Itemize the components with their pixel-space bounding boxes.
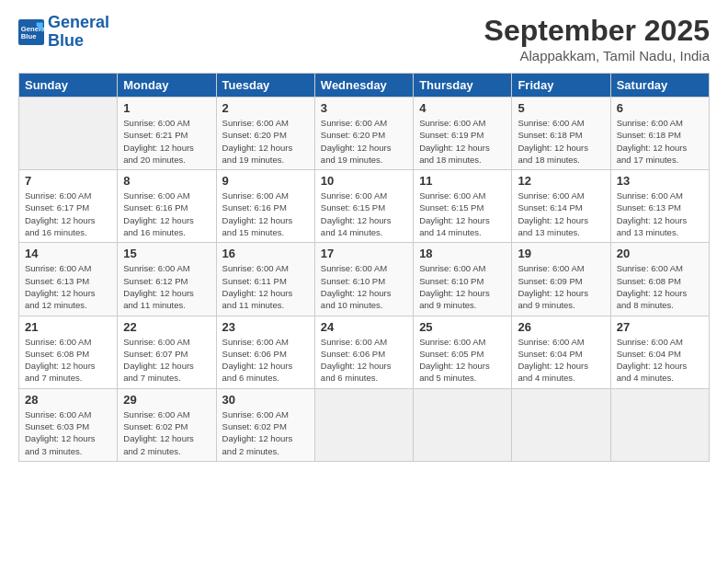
- weekday-friday: Friday: [512, 74, 610, 98]
- calendar-cell: [414, 388, 512, 461]
- calendar-cell: 11Sunrise: 6:00 AM Sunset: 6:15 PM Dayli…: [414, 170, 512, 243]
- day-info: Sunrise: 6:00 AM Sunset: 6:04 PM Dayligh…: [617, 336, 703, 385]
- day-number: 30: [222, 393, 309, 407]
- weekday-sunday: Sunday: [19, 74, 118, 98]
- logo: General Blue General Blue: [18, 14, 109, 51]
- location: Alappakkam, Tamil Nadu, India: [484, 48, 710, 63]
- weekday-header-row: SundayMondayTuesdayWednesdayThursdayFrid…: [19, 74, 710, 98]
- calendar-cell: 15Sunrise: 6:00 AM Sunset: 6:12 PM Dayli…: [118, 243, 216, 316]
- day-info: Sunrise: 6:00 AM Sunset: 6:14 PM Dayligh…: [518, 190, 604, 238]
- day-number: 8: [123, 174, 210, 188]
- calendar-cell: 4Sunrise: 6:00 AM Sunset: 6:19 PM Daylig…: [414, 98, 512, 170]
- calendar-cell: 8Sunrise: 6:00 AM Sunset: 6:16 PM Daylig…: [118, 170, 216, 243]
- week-row-0: 1Sunrise: 6:00 AM Sunset: 6:21 PM Daylig…: [19, 98, 710, 170]
- day-info: Sunrise: 6:00 AM Sunset: 6:18 PM Dayligh…: [518, 117, 604, 166]
- calendar-cell: 5Sunrise: 6:00 AM Sunset: 6:18 PM Daylig…: [512, 98, 610, 170]
- calendar-cell: 16Sunrise: 6:00 AM Sunset: 6:11 PM Dayli…: [216, 243, 314, 316]
- weekday-wednesday: Wednesday: [314, 74, 413, 98]
- calendar-cell: 1Sunrise: 6:00 AM Sunset: 6:21 PM Daylig…: [118, 98, 216, 170]
- day-info: Sunrise: 6:00 AM Sunset: 6:07 PM Dayligh…: [123, 336, 210, 385]
- week-row-3: 21Sunrise: 6:00 AM Sunset: 6:08 PM Dayli…: [19, 316, 710, 388]
- calendar-cell: [19, 98, 118, 170]
- day-info: Sunrise: 6:00 AM Sunset: 6:15 PM Dayligh…: [419, 190, 506, 238]
- calendar-cell: 13Sunrise: 6:00 AM Sunset: 6:13 PM Dayli…: [610, 170, 709, 243]
- day-number: 12: [518, 174, 604, 188]
- day-info: Sunrise: 6:00 AM Sunset: 6:21 PM Dayligh…: [123, 117, 210, 166]
- calendar-cell: 29Sunrise: 6:00 AM Sunset: 6:02 PM Dayli…: [118, 388, 216, 461]
- calendar-cell: [314, 388, 413, 461]
- day-info: Sunrise: 6:00 AM Sunset: 6:20 PM Dayligh…: [222, 117, 309, 166]
- day-info: Sunrise: 6:00 AM Sunset: 6:09 PM Dayligh…: [518, 262, 604, 311]
- logo-icon: General Blue: [18, 19, 44, 45]
- week-row-1: 7Sunrise: 6:00 AM Sunset: 6:17 PM Daylig…: [19, 170, 710, 243]
- day-info: Sunrise: 6:00 AM Sunset: 6:04 PM Dayligh…: [518, 336, 604, 385]
- day-info: Sunrise: 6:00 AM Sunset: 6:06 PM Dayligh…: [222, 336, 309, 385]
- calendar-cell: 12Sunrise: 6:00 AM Sunset: 6:14 PM Dayli…: [512, 170, 610, 243]
- weekday-thursday: Thursday: [414, 74, 512, 98]
- day-info: Sunrise: 6:00 AM Sunset: 6:20 PM Dayligh…: [321, 117, 407, 166]
- day-number: 3: [321, 101, 407, 115]
- weekday-monday: Monday: [118, 74, 216, 98]
- week-row-4: 28Sunrise: 6:00 AM Sunset: 6:03 PM Dayli…: [19, 388, 710, 461]
- day-number: 27: [617, 320, 703, 334]
- calendar-cell: 25Sunrise: 6:00 AM Sunset: 6:05 PM Dayli…: [414, 316, 512, 388]
- calendar-cell: 7Sunrise: 6:00 AM Sunset: 6:17 PM Daylig…: [19, 170, 118, 243]
- header: General Blue General Blue September 2025…: [18, 14, 710, 63]
- month-title: September 2025: [484, 14, 710, 48]
- day-info: Sunrise: 6:00 AM Sunset: 6:06 PM Dayligh…: [321, 336, 407, 385]
- day-number: 20: [617, 247, 703, 260]
- day-info: Sunrise: 6:00 AM Sunset: 6:08 PM Dayligh…: [25, 336, 111, 385]
- calendar-cell: 3Sunrise: 6:00 AM Sunset: 6:20 PM Daylig…: [314, 98, 413, 170]
- calendar-cell: [512, 388, 610, 461]
- day-info: Sunrise: 6:00 AM Sunset: 6:18 PM Dayligh…: [617, 117, 703, 166]
- day-info: Sunrise: 6:00 AM Sunset: 6:13 PM Dayligh…: [617, 190, 703, 238]
- calendar-table: SundayMondayTuesdayWednesdayThursdayFrid…: [18, 73, 710, 462]
- calendar-cell: 17Sunrise: 6:00 AM Sunset: 6:10 PM Dayli…: [314, 243, 413, 316]
- calendar-cell: 20Sunrise: 6:00 AM Sunset: 6:08 PM Dayli…: [610, 243, 709, 316]
- calendar-page: General Blue General Blue September 2025…: [0, 0, 728, 563]
- calendar-cell: 2Sunrise: 6:00 AM Sunset: 6:20 PM Daylig…: [216, 98, 314, 170]
- day-info: Sunrise: 6:00 AM Sunset: 6:10 PM Dayligh…: [419, 262, 506, 311]
- calendar-cell: 9Sunrise: 6:00 AM Sunset: 6:16 PM Daylig…: [216, 170, 314, 243]
- day-number: 9: [222, 174, 309, 188]
- day-number: 23: [222, 320, 309, 334]
- calendar-cell: 26Sunrise: 6:00 AM Sunset: 6:04 PM Dayli…: [512, 316, 610, 388]
- day-info: Sunrise: 6:00 AM Sunset: 6:17 PM Dayligh…: [25, 190, 111, 238]
- day-number: 11: [419, 174, 506, 188]
- day-number: 25: [419, 320, 506, 334]
- calendar-cell: 30Sunrise: 6:00 AM Sunset: 6:02 PM Dayli…: [216, 388, 314, 461]
- calendar-cell: 22Sunrise: 6:00 AM Sunset: 6:07 PM Dayli…: [118, 316, 216, 388]
- calendar-cell: 23Sunrise: 6:00 AM Sunset: 6:06 PM Dayli…: [216, 316, 314, 388]
- day-info: Sunrise: 6:00 AM Sunset: 6:19 PM Dayligh…: [419, 117, 506, 166]
- day-number: 21: [25, 320, 111, 334]
- day-info: Sunrise: 6:00 AM Sunset: 6:10 PM Dayligh…: [321, 262, 407, 311]
- calendar-cell: [610, 388, 709, 461]
- day-number: 5: [518, 101, 604, 115]
- title-block: September 2025 Alappakkam, Tamil Nadu, I…: [484, 14, 710, 63]
- calendar-cell: 14Sunrise: 6:00 AM Sunset: 6:13 PM Dayli…: [19, 243, 118, 316]
- day-number: 26: [518, 320, 604, 334]
- svg-text:Blue: Blue: [21, 32, 37, 40]
- day-info: Sunrise: 6:00 AM Sunset: 6:02 PM Dayligh…: [123, 408, 210, 457]
- day-number: 24: [321, 320, 407, 334]
- calendar-cell: 27Sunrise: 6:00 AM Sunset: 6:04 PM Dayli…: [610, 316, 709, 388]
- logo-general: General: [48, 13, 109, 31]
- logo-blue: Blue: [48, 31, 84, 50]
- day-number: 2: [222, 101, 309, 115]
- calendar-cell: 10Sunrise: 6:00 AM Sunset: 6:15 PM Dayli…: [314, 170, 413, 243]
- day-number: 6: [617, 101, 703, 115]
- logo-text: General Blue: [48, 14, 109, 51]
- day-info: Sunrise: 6:00 AM Sunset: 6:02 PM Dayligh…: [222, 408, 309, 457]
- day-number: 19: [518, 247, 604, 260]
- day-number: 10: [321, 174, 407, 188]
- day-number: 17: [321, 247, 407, 260]
- calendar-cell: 28Sunrise: 6:00 AM Sunset: 6:03 PM Dayli…: [19, 388, 118, 461]
- day-number: 22: [123, 320, 210, 334]
- calendar-cell: 19Sunrise: 6:00 AM Sunset: 6:09 PM Dayli…: [512, 243, 610, 316]
- day-info: Sunrise: 6:00 AM Sunset: 6:16 PM Dayligh…: [123, 190, 210, 238]
- calendar-cell: 24Sunrise: 6:00 AM Sunset: 6:06 PM Dayli…: [314, 316, 413, 388]
- day-info: Sunrise: 6:00 AM Sunset: 6:05 PM Dayligh…: [419, 336, 506, 385]
- day-info: Sunrise: 6:00 AM Sunset: 6:13 PM Dayligh…: [25, 262, 111, 311]
- day-info: Sunrise: 6:00 AM Sunset: 6:11 PM Dayligh…: [222, 262, 309, 311]
- day-info: Sunrise: 6:00 AM Sunset: 6:16 PM Dayligh…: [222, 190, 309, 238]
